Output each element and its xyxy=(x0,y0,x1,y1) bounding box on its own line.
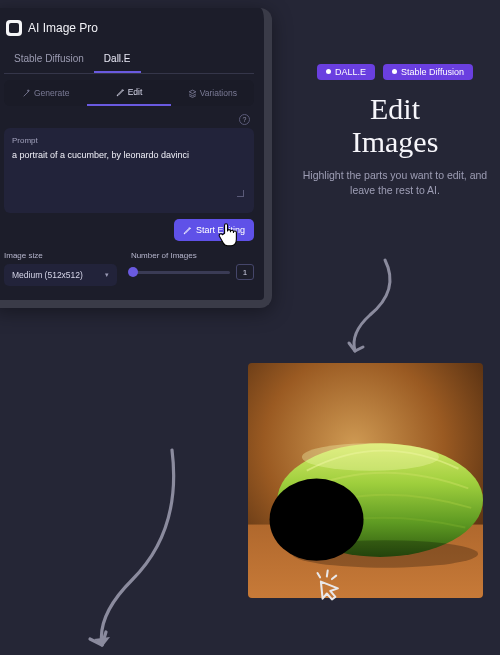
svg-point-5 xyxy=(292,540,478,567)
num-images-slider[interactable] xyxy=(131,271,230,274)
hero-pills: DALL.E Stable Diffusion xyxy=(317,64,473,80)
prompt-box[interactable]: Prompt a portrait of a cucumber, by leon… xyxy=(4,128,254,213)
image-size-value: Medium (512x512) xyxy=(12,270,83,280)
layers-icon xyxy=(188,89,197,98)
start-editing-label: Start Editing xyxy=(196,225,245,235)
hero-subtitle: Highlight the parts you want to edit, an… xyxy=(302,168,488,198)
help-icon[interactable]: ? xyxy=(239,114,250,125)
wand-icon xyxy=(22,89,31,98)
image-preview[interactable] xyxy=(248,363,483,598)
start-editing-button[interactable]: Start Editing xyxy=(174,219,254,241)
hero-title-line1: Edit xyxy=(370,92,420,125)
prompt-input[interactable]: a portrait of a cucumber, by leonardo da… xyxy=(12,149,246,189)
mode-tab-edit[interactable]: Edit xyxy=(87,80,170,106)
flow-arrow-icon xyxy=(330,255,405,355)
pill-label: Stable Diffusion xyxy=(401,67,464,77)
mode-label: Generate xyxy=(34,88,69,98)
hero-title: Edit Images xyxy=(302,92,488,158)
pencil-icon xyxy=(116,88,125,97)
pill-dalle: DALL.E xyxy=(317,64,375,80)
num-images-value[interactable]: 1 xyxy=(236,264,254,280)
pencil-icon xyxy=(183,226,192,235)
slider-thumb[interactable] xyxy=(128,267,138,277)
hero-panel: DALL.E Stable Diffusion Edit Images High… xyxy=(302,60,488,198)
resize-grip-icon[interactable] xyxy=(12,189,246,195)
app-title: AI Image Pro xyxy=(28,21,98,35)
app-logo-icon xyxy=(6,20,22,36)
tab-stable-diffusion[interactable]: Stable Diffusion xyxy=(4,46,94,73)
mode-tab-variations[interactable]: Variations xyxy=(171,80,254,106)
mode-label: Variations xyxy=(200,88,237,98)
image-size-select[interactable]: Medium (512x512) ▾ xyxy=(4,264,117,286)
chevron-down-icon: ▾ xyxy=(105,271,109,279)
prompt-label: Prompt xyxy=(12,136,246,145)
image-size-label: Image size xyxy=(4,251,117,260)
mode-tabs: Generate Edit Variations xyxy=(4,80,254,106)
hero-title-line2: Images xyxy=(352,125,439,158)
mode-label: Edit xyxy=(128,87,143,97)
mode-tab-generate[interactable]: Generate xyxy=(4,80,87,106)
app-window: AI Image Pro Stable Diffusion Dall.E Gen… xyxy=(0,8,272,308)
tab-dalle[interactable]: Dall.E xyxy=(94,46,141,73)
title-bar: AI Image Pro xyxy=(4,18,254,46)
model-tabs: Stable Diffusion Dall.E xyxy=(4,46,254,74)
num-images-label: Number of Images xyxy=(131,251,254,260)
svg-point-3 xyxy=(302,443,439,470)
pill-stable-diffusion: Stable Diffusion xyxy=(383,64,473,80)
pill-label: DALL.E xyxy=(335,67,366,77)
flow-arrow-icon xyxy=(62,440,182,655)
